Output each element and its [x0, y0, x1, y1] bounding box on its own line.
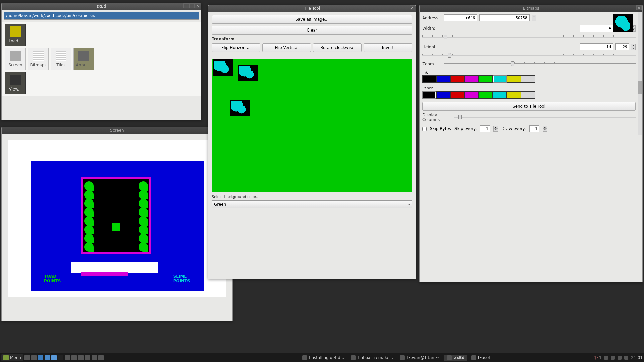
flip-vertical-button[interactable]: Flip Vertical — [262, 43, 311, 52]
send-to-tiletool-button[interactable]: Send to Tile Tool — [422, 102, 636, 111]
task-icon — [471, 355, 476, 360]
maximize-icon[interactable]: ▢ — [189, 3, 195, 8]
game-playfield — [81, 177, 151, 254]
tiles-button[interactable]: Tiles — [51, 48, 71, 70]
eye-icon[interactable] — [98, 355, 104, 360]
volume-icon[interactable] — [624, 356, 628, 360]
titlebar-screen[interactable]: Screen — [2, 127, 232, 134]
taskbar-task[interactable]: zxEd — [444, 355, 467, 361]
file-path-input[interactable] — [4, 12, 199, 20]
mint-icon — [3, 355, 9, 360]
sprite-tile[interactable] — [238, 65, 258, 81]
height-hex-input[interactable] — [580, 43, 613, 50]
paper-swatch[interactable] — [465, 91, 479, 99]
skip-every-input[interactable] — [480, 125, 490, 132]
close-icon[interactable]: ✕ — [195, 3, 200, 8]
leaf-sprite — [139, 234, 148, 243]
leaf-sprite — [84, 207, 94, 217]
display-columns-slider[interactable] — [454, 115, 636, 119]
chat-icon[interactable] — [51, 355, 57, 360]
height-spinner[interactable]: ▴▾ — [631, 44, 636, 50]
notification-count[interactable]: ⓘ1 — [594, 355, 602, 361]
width-hex-input[interactable] — [580, 25, 613, 32]
minimize-icon[interactable]: — — [183, 3, 189, 8]
grid-icon — [33, 51, 44, 61]
paper-swatch[interactable] — [436, 91, 450, 99]
screen-button[interactable]: Screen — [5, 48, 26, 70]
scrollbar-thumb[interactable] — [638, 81, 642, 94]
ink-swatch[interactable] — [507, 75, 521, 83]
save-image-button[interactable]: Save as image... — [212, 15, 412, 24]
ink-swatch[interactable] — [422, 75, 436, 83]
width-slider[interactable] — [422, 35, 636, 39]
about-button[interactable]: About... — [73, 48, 94, 70]
skip-every-spinner[interactable]: ▴▾ — [493, 126, 498, 132]
taskbar-task[interactable]: [kevan@Titan ~] — [397, 355, 443, 361]
ink-swatch[interactable] — [450, 75, 465, 83]
battery-icon[interactable] — [618, 356, 622, 360]
sprite-tile[interactable] — [213, 59, 233, 76]
files-icon[interactable] — [24, 355, 30, 360]
rotate-button[interactable]: Rotate clockwise — [313, 43, 362, 52]
taskbar-task[interactable]: [installing qt4 d... — [300, 355, 347, 361]
ink-swatch[interactable] — [465, 75, 479, 83]
globe-icon[interactable] — [45, 355, 50, 360]
flip-horizontal-button[interactable]: Flip Horizontal — [212, 43, 260, 52]
bitmaps-button[interactable]: Bitmaps — [28, 48, 49, 70]
browser-icon[interactable] — [38, 355, 43, 360]
bg-color-select[interactable]: Green — [212, 200, 412, 208]
zoom-slider[interactable] — [444, 62, 636, 66]
ink-swatch[interactable] — [521, 75, 535, 83]
taskbar-task[interactable]: [Inbox - remake... — [348, 355, 396, 361]
height-dec-input[interactable] — [615, 43, 629, 50]
close-icon[interactable]: ✕ — [636, 5, 642, 10]
invert-button[interactable]: Invert — [364, 43, 412, 52]
load-button[interactable]: Load... — [5, 24, 26, 46]
clear-button[interactable]: Clear — [212, 26, 412, 35]
paint-icon[interactable] — [85, 355, 90, 360]
draw-every-input[interactable] — [529, 125, 539, 132]
sprite-tile[interactable] — [230, 100, 250, 116]
draw-every-label: Draw every: — [501, 126, 526, 131]
doc-icon[interactable] — [78, 355, 84, 360]
paper-swatch[interactable] — [479, 91, 493, 99]
draw-every-spinner[interactable]: ▴▾ — [543, 126, 547, 132]
toad-points-label: TOAD POINTS — [44, 274, 61, 283]
spectrum-display[interactable]: TOAD POINTS SLIME POINTS — [31, 161, 204, 291]
titlebar-bitmaps[interactable]: Bitmaps ✕ — [420, 5, 642, 12]
leaf-sprite — [139, 216, 148, 226]
media-icon[interactable] — [92, 355, 97, 360]
terminal-icon[interactable] — [58, 355, 63, 360]
tray-icon[interactable] — [604, 356, 608, 360]
close-icon[interactable]: ✕ — [410, 5, 415, 10]
titlebar-zxed[interactable]: zxEd — ▢ ✕ — [2, 3, 201, 10]
paper-swatch[interactable] — [507, 91, 521, 99]
ink-swatch[interactable] — [436, 75, 450, 83]
paper-swatch[interactable] — [493, 91, 507, 99]
view-button[interactable]: View... — [5, 72, 26, 94]
address-dec-input[interactable] — [479, 14, 530, 21]
monitor-icon[interactable] — [65, 355, 70, 360]
paper-swatch[interactable] — [450, 91, 465, 99]
zoom-label: Zoom — [422, 62, 442, 66]
score-labels: TOAD POINTS SLIME POINTS — [44, 274, 190, 283]
height-slider[interactable] — [422, 54, 636, 58]
address-spinner[interactable]: ▴▾ — [532, 15, 536, 21]
start-menu-button[interactable]: Menu — [1, 354, 23, 361]
ink-swatch[interactable] — [493, 75, 507, 83]
paper-swatch[interactable] — [422, 91, 436, 99]
network-icon[interactable] — [611, 356, 615, 360]
titlebar-tiletool[interactable]: Tile Tool ✕ — [208, 5, 416, 12]
skip-bytes-checkbox[interactable] — [422, 127, 427, 131]
task-icon — [400, 355, 405, 360]
scrollbar[interactable] — [638, 12, 642, 135]
ink-swatch[interactable] — [479, 75, 493, 83]
clock[interactable]: 21:01 — [631, 355, 643, 360]
taskbar-task[interactable]: [Fuse] — [469, 355, 493, 361]
tile-canvas[interactable] — [212, 59, 412, 192]
folder-icon[interactable] — [31, 355, 37, 360]
leaf-sprite — [84, 199, 94, 208]
paper-swatch[interactable] — [521, 91, 535, 99]
address-hex-input[interactable] — [444, 14, 477, 21]
app-icon[interactable] — [71, 355, 77, 360]
